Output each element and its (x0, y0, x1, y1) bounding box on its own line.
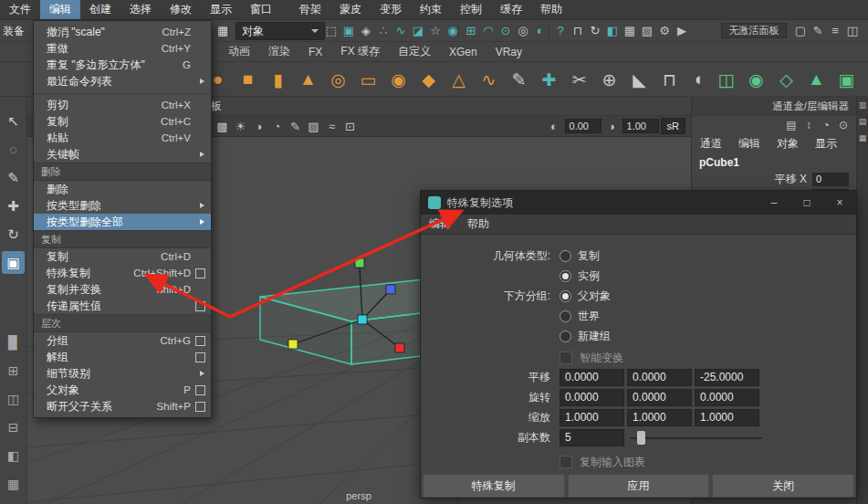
mirror-icon[interactable]: ◫ (713, 67, 739, 93)
poly-platonic-icon[interactable]: ◆ (415, 67, 442, 93)
y-value-field[interactable]: 1.0000 (627, 409, 692, 426)
clipping-icon[interactable]: ⊡ (341, 117, 359, 135)
menu-windows[interactable]: 窗口 (241, 0, 281, 19)
gamma-icon[interactable]: ◑ (603, 117, 621, 135)
combine-icon[interactable]: ▣ (833, 67, 860, 93)
menu-item-cut[interactable]: 剪切 Ctrl+X (34, 97, 211, 113)
menu-set-selector[interactable]: 装备 (3, 24, 25, 39)
paint-effects-panel-icon[interactable]: ✎ (810, 22, 826, 39)
option-box-icon[interactable] (195, 268, 205, 278)
menu-constrain[interactable]: 约束 (411, 0, 451, 19)
fog-icon[interactable]: ≈ (323, 117, 340, 135)
menu-create[interactable]: 创建 (80, 0, 120, 19)
select-hierarchy-icon[interactable]: ⬚ (323, 22, 340, 39)
duplicate-special-button[interactable]: 特殊复制 (423, 474, 565, 498)
poly-cube-icon[interactable]: ■ (235, 67, 261, 93)
cb-menu-show[interactable]: 显示 (807, 136, 845, 152)
close-button[interactable]: 关闭 (712, 474, 854, 498)
maximize-button[interactable]: □ (790, 191, 823, 215)
selected-object-name[interactable]: pCube1 (692, 152, 856, 171)
menu-item-delete-by-type[interactable]: 按类型删除 (34, 197, 211, 214)
dialog-titlebar[interactable]: 特殊复制选项 –□× (421, 191, 856, 215)
normals-icon[interactable]: ▲ (803, 67, 830, 93)
minimize-button[interactable]: – (758, 191, 790, 215)
xray-icon[interactable]: ◔ (268, 117, 286, 135)
layout-four-pane-icon[interactable]: ⊞ (3, 359, 25, 382)
poly-cylinder-icon[interactable]: ▮ (265, 67, 291, 93)
menu-item-recent-commands[interactable]: 最近命令列表 (34, 73, 211, 89)
outliner-panel-icon[interactable]: ≡ (827, 22, 843, 39)
cb-menu-edit[interactable]: 编辑 (730, 136, 769, 152)
target-weld-icon[interactable]: ⊕ (596, 67, 622, 93)
radio-parent[interactable]: 父对象 (559, 286, 611, 306)
menu-section-hierarchy[interactable]: 层次 (34, 314, 211, 332)
make-live-icon[interactable]: ◐ (532, 22, 549, 39)
shelf-tab-fx-caching[interactable]: FX 缓存 (331, 44, 389, 59)
lock-selection-icon[interactable]: ⊓ (570, 22, 586, 39)
snap-to-curve-icon[interactable]: ◠ (480, 22, 497, 39)
hypergraph-panel-icon[interactable]: ◫ (844, 22, 861, 39)
tool-settings-tab-icon[interactable]: ▦ (859, 133, 867, 142)
crease-icon[interactable]: ◇ (773, 67, 800, 93)
layout-two-pane-stacked-icon[interactable]: ⊟ (3, 415, 25, 438)
raise-application-windows-icon[interactable]: ▢ (792, 22, 809, 39)
scale-tool[interactable]: ▣ (2, 251, 25, 274)
x-value-field[interactable]: 1.0000 (559, 409, 624, 426)
menu-item-ungroup[interactable]: 解组 (34, 349, 211, 365)
exposure-field[interactable]: 0.00 (565, 119, 601, 133)
poly-pyramid-icon[interactable]: △ (445, 67, 472, 93)
menu-item-duplicate-with-transform[interactable]: 复制并变换 Shift+D (34, 281, 211, 298)
lasso-select-tool[interactable]: ◌ (2, 138, 25, 161)
poly-helix-icon[interactable]: ∿ (476, 67, 502, 93)
textured-mode-icon[interactable]: ▩ (214, 117, 231, 135)
select-component-icon[interactable]: ◈ (358, 22, 374, 39)
menu-item-duplicate-special[interactable]: 特殊复制 Ctrl+Shift+D (34, 265, 211, 281)
shelf-tab-xgen[interactable]: XGen (440, 46, 486, 58)
cb-menu-object[interactable]: 对象 (769, 136, 807, 152)
close-window-button[interactable]: × (823, 191, 856, 215)
scale-y-handle[interactable] (355, 258, 364, 268)
shelf-tab-animation[interactable]: 动画 (219, 44, 259, 59)
move-tool[interactable]: ✚ (2, 194, 25, 217)
render-sequence-icon[interactable]: ▶ (674, 22, 690, 39)
poly-torus-icon[interactable]: ◎ (325, 67, 351, 93)
radio-copy[interactable]: 复制 (559, 246, 600, 266)
selection-mode-dropdown[interactable]: 对象 (235, 22, 325, 40)
menu-select[interactable]: 选择 (120, 0, 161, 19)
smart-transform-checkbox[interactable] (559, 352, 572, 364)
menu-item-transfer-attribute-values[interactable]: 传递属性值 (34, 298, 211, 314)
option-box-icon[interactable] (195, 352, 205, 362)
channel-sliders-icon[interactable]: ↕ (801, 117, 816, 134)
cb-menu-channels[interactable]: 通道 (692, 136, 730, 152)
attribute-editor-tab-icon[interactable]: ▤ (859, 117, 867, 126)
radio-instance[interactable]: 实例 (559, 266, 600, 286)
menu-item-undo[interactable]: 撤消 "scale" Ctrl+Z (34, 24, 211, 40)
dialog-menu-edit[interactable]: 编辑 (421, 216, 459, 232)
channel-box-tab-icon[interactable]: ▥ (859, 100, 867, 110)
mask-deformations-icon[interactable]: ☆ (427, 22, 444, 39)
layout-persp-outliner-icon[interactable]: ◧ (3, 444, 25, 467)
copies-field[interactable]: 5 (559, 429, 624, 446)
sculpt-tool-icon[interactable]: ✎ (506, 67, 532, 93)
quad-draw-icon[interactable]: ✚ (536, 67, 562, 93)
shelf-tab-fx[interactable]: FX (299, 46, 331, 58)
menu-section-duplicate[interactable]: 复制 (34, 230, 211, 248)
render-settings-icon[interactable]: ⚙ (656, 22, 673, 39)
highlight-selection-icon[interactable]: ◧ (604, 22, 621, 39)
attribute-value-field[interactable]: 0 (812, 173, 849, 186)
layout-single-pane-icon[interactable]: ▉ (3, 331, 25, 353)
menu-file[interactable]: 文件 (0, 0, 40, 19)
rotate-tool[interactable]: ↻ (2, 223, 25, 246)
poly-cone-icon[interactable]: ▲ (295, 67, 321, 93)
multi-cut-icon[interactable]: ✂ (566, 67, 592, 93)
use-all-lights-icon[interactable]: ☀ (232, 117, 249, 135)
menu-item-duplicate[interactable]: 复制 Ctrl+D (34, 248, 211, 265)
menu-section-delete[interactable]: 删除 (34, 163, 211, 181)
render-current-frame-icon[interactable]: ▦ (622, 22, 638, 39)
apply-button[interactable]: 应用 (568, 474, 710, 498)
select-object-icon[interactable]: ▣ (340, 22, 357, 39)
menu-item-keys[interactable]: 关键帧 (34, 146, 211, 163)
exposure-icon[interactable]: ◐ (546, 117, 563, 135)
dialog-menu-help[interactable]: 帮助 (459, 216, 497, 232)
channel-pin-icon[interactable]: ⊙ (836, 117, 851, 134)
